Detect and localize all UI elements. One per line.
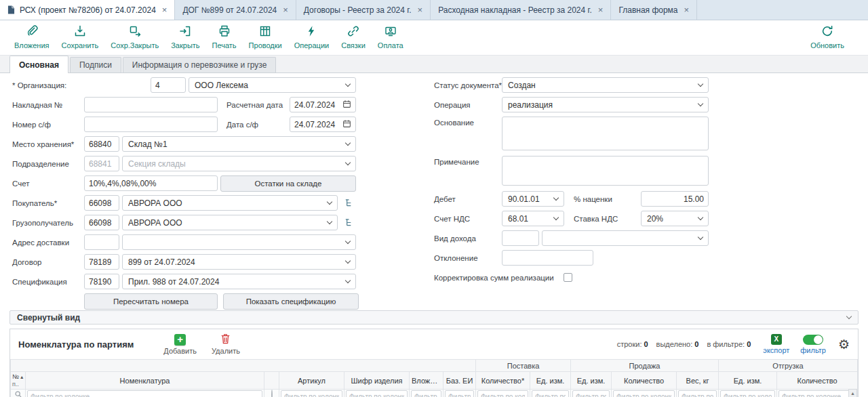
tab-main[interactable]: Основная — [9, 56, 68, 73]
operation-select[interactable]: реализация — [502, 97, 709, 112]
storage-code-input[interactable] — [84, 136, 119, 152]
export-excel-button[interactable]: X экспорт — [763, 334, 789, 354]
tab-label: Договоры - Реестр за 2024 г. — [304, 5, 412, 15]
sf-no-input[interactable] — [84, 117, 218, 132]
column-quantity[interactable]: Количество* — [476, 372, 530, 390]
filter-sale-quantity-input[interactable] — [613, 390, 675, 397]
income-type-label: Вид дохода — [434, 234, 498, 243]
recalc-numbers-button[interactable]: Пересчитать номера — [84, 293, 218, 310]
consignee-select[interactable]: АВРОРА ООО — [122, 215, 338, 230]
filter-sale-unit-input[interactable] — [572, 390, 610, 397]
postings-button[interactable]: Проводки — [243, 23, 288, 51]
column-nomenclature[interactable]: Номенклатура — [26, 372, 264, 390]
tab-invoices-registry[interactable]: Расходная накладная - Реестр за 2024 г. … — [431, 0, 611, 20]
delivery-address-code-input[interactable] — [84, 234, 119, 250]
storage-select[interactable]: Склад №1 — [122, 136, 356, 152]
ledger-grid-icon — [258, 24, 272, 40]
consignee-hierarchy-button[interactable] — [341, 215, 356, 230]
account-input[interactable] — [84, 175, 218, 191]
close-icon[interactable]: × — [684, 5, 690, 14]
column-row-number[interactable]: №▲ п.. — [11, 372, 26, 390]
filter-ship-unit-input[interactable] — [720, 390, 775, 397]
save-close-button[interactable]: Сохр.Закрыть — [104, 23, 165, 51]
filter-attachments-input[interactable] — [411, 390, 441, 397]
refresh-button[interactable]: Обновить — [804, 23, 850, 51]
division-select[interactable]: Секция склады — [122, 156, 356, 171]
stock-remainders-button[interactable]: Остатки на складе — [220, 175, 356, 192]
basis-textarea[interactable] — [502, 117, 709, 150]
filter-toggle[interactable]: фильтр — [800, 335, 826, 354]
tab-contracts-registry[interactable]: Договоры - Реестр за 2024 г. × — [296, 0, 431, 20]
tab-main-form[interactable]: Главная форма × — [611, 0, 697, 20]
deviation-input[interactable] — [502, 250, 593, 266]
filter-quantity-input[interactable] — [477, 390, 528, 397]
column-ship-quantity[interactable]: Количество — [777, 372, 858, 390]
note-label: Примечание — [434, 156, 498, 166]
save-button[interactable]: Сохранить — [56, 23, 105, 51]
column-base-unit[interactable]: Баз. ЕИ — [443, 372, 476, 390]
buyer-hierarchy-button[interactable] — [341, 196, 356, 211]
column-weight[interactable]: Вес, кг — [677, 372, 719, 390]
chevron-down-icon — [327, 199, 332, 205]
buyer-code-input[interactable] — [84, 195, 119, 211]
scroll-up-button[interactable]: ▲ — [848, 389, 857, 397]
status-select[interactable]: Создан — [502, 77, 709, 93]
note-textarea[interactable] — [502, 156, 709, 186]
tab-carrier-cargo-info[interactable]: Информация о перевозчике и грузе — [123, 57, 277, 72]
filter-weight-input[interactable] — [678, 390, 717, 397]
correction-checkbox[interactable] — [564, 273, 572, 282]
attachments-button[interactable]: Вложения — [8, 23, 56, 51]
close-button[interactable]: Закрыть — [165, 23, 205, 51]
delivery-address-select[interactable] — [122, 234, 356, 250]
consignee-code-input[interactable] — [84, 215, 119, 230]
close-icon[interactable]: × — [162, 5, 167, 14]
document-icon — [7, 5, 15, 14]
invoice-no-input[interactable] — [84, 97, 218, 112]
column-row-actions — [264, 372, 279, 390]
markup-input[interactable] — [641, 191, 709, 207]
column-article[interactable]: Артикул — [279, 372, 344, 390]
sf-date-input[interactable] — [290, 117, 356, 132]
column-ship-unit[interactable]: Ед. изм. — [719, 372, 777, 390]
close-icon[interactable]: × — [283, 5, 288, 14]
vat-rate-select[interactable]: 20% — [641, 211, 709, 226]
show-specification-button[interactable]: Показать спецификацию — [223, 293, 359, 310]
filter-cipher-input[interactable] — [346, 390, 408, 397]
calc-date-label: Расчетная дата — [226, 101, 283, 109]
payment-button[interactable]: Оплата — [372, 23, 410, 51]
column-unit[interactable]: Ед. изм. — [530, 372, 571, 390]
specification-code-input[interactable] — [84, 274, 119, 289]
organization-select[interactable]: ООО Лексема — [189, 77, 356, 93]
delete-row-button[interactable]: Удалить — [212, 333, 240, 355]
debit-select[interactable]: 90.01.01 — [502, 191, 564, 207]
print-button[interactable]: Печать — [206, 23, 243, 51]
specification-select[interactable]: Прил. 988 от 24.07.2024 — [122, 274, 356, 289]
links-button[interactable]: Связки — [335, 23, 372, 51]
income-type-code-input[interactable] — [502, 230, 539, 246]
close-icon[interactable]: × — [598, 5, 604, 14]
filter-unit-input[interactable] — [532, 390, 569, 397]
tab-rsx-document[interactable]: РСХ (проект №78206) от 24.07.2024 × — [0, 0, 175, 20]
filter-nomenclature-input[interactable] — [27, 390, 262, 397]
close-icon[interactable]: × — [418, 5, 423, 14]
division-code-input[interactable] — [84, 156, 119, 171]
income-type-select[interactable] — [542, 230, 709, 246]
tab-signatures[interactable]: Подписи — [70, 57, 121, 72]
column-sale-quantity[interactable]: Количество — [612, 372, 677, 390]
column-attachments[interactable]: Вложени... — [410, 372, 443, 390]
add-row-button[interactable]: + Добавить — [163, 334, 197, 355]
filter-article-input[interactable] — [281, 390, 342, 397]
column-sale-unit[interactable]: Ед. изм. — [571, 372, 612, 390]
tab-dog-contract[interactable]: ДОГ №899 от 24.07.2024 × — [175, 0, 296, 20]
operations-button[interactable]: Операции — [288, 23, 335, 51]
column-cipher[interactable]: Шифр изделия — [344, 372, 410, 390]
contract-code-input[interactable] — [84, 254, 119, 270]
contract-select[interactable]: 899 от 24.07.2024 — [122, 254, 356, 270]
gear-icon[interactable]: ⚙ — [838, 338, 850, 351]
buyer-select[interactable]: АВРОРА ООО — [122, 195, 338, 211]
organization-code-input[interactable] — [151, 77, 186, 93]
vat-account-select[interactable]: 68.01 — [502, 211, 564, 226]
filter-base-unit-input[interactable] — [445, 390, 474, 397]
filter-ship-quantity-input[interactable] — [778, 390, 856, 397]
calc-date-input[interactable] — [290, 97, 356, 112]
